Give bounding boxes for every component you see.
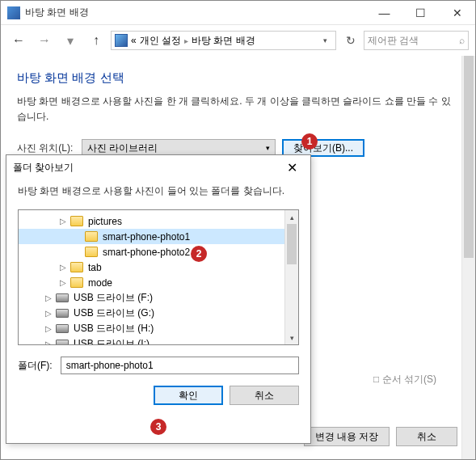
search-placeholder: 제어판 검색 [368, 34, 419, 48]
expander-icon[interactable]: ▷ [57, 217, 69, 226]
tree-item[interactable]: ▷pictures [19, 213, 298, 229]
expander-icon[interactable]: ▷ [57, 263, 69, 272]
page-title: 바탕 화면 배경 선택 [17, 70, 459, 86]
tree-item-label: USB 드라이브 (G:) [74, 306, 154, 320]
folder-tree: ▷picturessmart-phone-photo1smart-phone-p… [18, 209, 299, 345]
page-description: 바탕 화면 배경으로 사용할 사진을 한 개 클릭하세요. 두 개 이상을 클릭… [17, 94, 459, 124]
location-value: 사진 라이브러리 [87, 141, 158, 155]
expander-icon[interactable]: ▷ [43, 293, 54, 302]
tree-item-label: smart-phone-photo2 [103, 247, 190, 258]
drive-icon [56, 324, 69, 333]
ok-button[interactable]: 확인 [154, 386, 223, 405]
randomize-checkbox[interactable]: □ 순서 섞기(S) [373, 373, 436, 386]
tree-item[interactable]: ▷tab [19, 260, 298, 275]
folder-input-row: 폴더(F): [6, 345, 310, 386]
tree-item[interactable]: ▷mode [19, 275, 298, 290]
close-button[interactable]: ✕ [439, 1, 475, 25]
tree-scrollbar[interactable]: ▴ ▾ [284, 210, 298, 344]
titlebar: 바탕 화면 배경 — ☐ ✕ [1, 1, 475, 25]
tree-item[interactable]: ▷USB 드라이브 (F:) [19, 290, 298, 306]
search-input[interactable]: 제어판 검색 ⌕ [364, 31, 469, 50]
window-title: 바탕 화면 배경 [25, 6, 366, 19]
bottom-buttons: 변경 내용 저장 취소 [304, 427, 457, 446]
folder-icon [85, 247, 98, 257]
expander-icon[interactable]: ▷ [43, 340, 54, 345]
dropdown-history-icon[interactable]: ▾ [59, 29, 82, 52]
expander-icon[interactable]: ▷ [43, 309, 54, 318]
save-button[interactable]: 변경 내용 저장 [304, 427, 390, 446]
tree-item[interactable]: smart-phone-photo2 [19, 244, 298, 260]
scroll-up-icon[interactable]: ▴ [285, 210, 298, 224]
up-button[interactable]: ↑ [85, 29, 107, 52]
control-panel-icon [115, 34, 128, 47]
breadcrumb-prefix: « [131, 35, 137, 46]
folder-icon [70, 262, 83, 272]
dialog-title: 폴더 찾아보기 [13, 161, 74, 175]
folder-input[interactable] [61, 357, 299, 374]
annotation-badge-2: 2 [191, 246, 207, 262]
tree-item-label: pictures [88, 216, 122, 227]
navbar: ← → ▾ ↑ « 개인 설정 ▸ 바탕 화면 배경 ▾ ↻ 제어판 검색 ⌕ [1, 25, 475, 56]
tree-item[interactable]: smart-phone-photo1 [19, 229, 298, 244]
breadcrumb-item-1[interactable]: 개인 설정 [140, 34, 181, 48]
dialog-close-button[interactable]: ✕ [280, 158, 304, 177]
breadcrumb-dropdown-icon[interactable]: ▾ [318, 32, 332, 49]
tree-scrollbar-thumb[interactable] [287, 224, 297, 264]
tree-item-label: USB 드라이브 (H:) [74, 322, 154, 336]
annotation-badge-3: 3 [150, 419, 166, 435]
tree-item[interactable]: ▷USB 드라이브 (H:) [19, 321, 298, 336]
annotation-badge-1: 1 [301, 133, 318, 150]
dialog-titlebar: 폴더 찾아보기 ✕ [6, 155, 310, 179]
maximize-button[interactable]: ☐ [402, 1, 439, 25]
folder-icon [85, 231, 98, 242]
refresh-button[interactable]: ↻ [341, 31, 360, 50]
drive-icon [56, 293, 69, 302]
drive-icon [56, 309, 69, 318]
tree-item[interactable]: ▷USB 드라이브 (G:) [19, 306, 298, 321]
forward-button[interactable]: → [33, 29, 56, 52]
chevron-right-icon: ▸ [184, 36, 188, 45]
browse-folder-dialog: 폴더 찾아보기 ✕ 바탕 화면 배경으로 사용할 사진이 들어 있는 폴더를 찾… [6, 154, 311, 444]
window-controls: — ☐ ✕ [366, 1, 475, 25]
folder-label: 폴더(F): [18, 359, 53, 373]
folder-icon [70, 277, 83, 288]
folder-icon [70, 216, 83, 226]
cancel-button[interactable]: 취소 [396, 427, 457, 446]
dialog-description: 바탕 화면 배경으로 사용할 사진이 들어 있는 폴더를 찾습니다. [6, 179, 310, 209]
tree-item[interactable]: ▷USB 드라이브 (I:) [19, 336, 298, 345]
minimize-button[interactable]: — [366, 1, 402, 25]
tree-item-label: USB 드라이브 (F:) [74, 291, 153, 305]
scrollbar-thumb[interactable] [464, 56, 474, 258]
search-icon[interactable]: ⌕ [459, 35, 465, 46]
drive-icon [56, 340, 69, 345]
breadcrumb-item-2[interactable]: 바탕 화면 배경 [192, 34, 255, 48]
chevron-down-icon: ▾ [266, 144, 270, 152]
location-label: 사진 위치(L): [17, 141, 75, 155]
back-button[interactable]: ← [7, 29, 30, 52]
expander-icon[interactable]: ▷ [57, 278, 69, 287]
dialog-buttons: 확인 취소 [6, 386, 310, 416]
dialog-cancel-button[interactable]: 취소 [230, 386, 299, 405]
expander-icon[interactable]: ▷ [43, 324, 54, 333]
tree-item-label: mode [88, 277, 112, 289]
scroll-down-icon[interactable]: ▾ [285, 331, 298, 344]
app-icon [7, 6, 20, 19]
tree-item-label: USB 드라이브 (I:) [74, 337, 150, 345]
tree-item-label: tab [88, 262, 102, 273]
breadcrumb[interactable]: « 개인 설정 ▸ 바탕 화면 배경 ▾ [111, 31, 336, 50]
tree-item-label: smart-phone-photo1 [103, 231, 190, 243]
main-scrollbar[interactable] [461, 56, 475, 459]
